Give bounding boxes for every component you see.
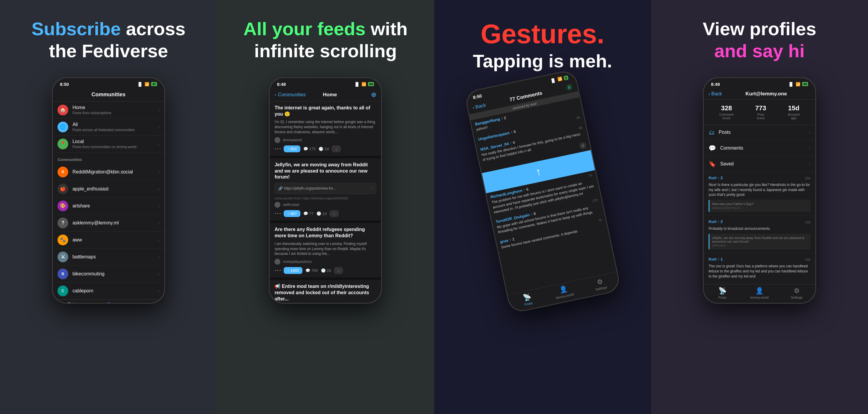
home-icon: 🏠 (58, 105, 68, 115)
upvote-2[interactable]: ↑ 467 (284, 210, 300, 217)
post-item-2[interactable]: Jellyfin, we are moving away from Reddit… (270, 158, 381, 223)
panel-gestures: Gestures. Tapping is meh. 8:50 ▐▌ 📶 8 ‹ … (434, 0, 651, 414)
profile-username: Kurt@lemmy.one (722, 91, 810, 97)
battery-icon-3: 8 (563, 76, 568, 81)
community-text-all: All Posts across all federated communiti… (72, 122, 158, 132)
age-3: 🕐 2d (321, 268, 331, 273)
headline-gestures: Gestures. (480, 19, 604, 49)
back-chevron-3[interactable]: ‹ (472, 105, 475, 111)
community-item-battle[interactable]: ⚔ battlemaps › (53, 248, 164, 266)
signal-icon-2: ▐▌ (354, 82, 360, 86)
battery-icon-4: 44 (802, 82, 808, 86)
link-url-2: 🔗 https://jellyfin.org/posts/new-for... (278, 186, 371, 190)
bike-icon: B (58, 269, 68, 279)
community-item-all[interactable]: 🌐 All Posts across all federated communi… (53, 119, 164, 136)
local-icon: 📍 (58, 139, 68, 149)
wifi-icon-2: 📶 (362, 82, 366, 86)
upvote-1[interactable]: ↑ 854 (284, 145, 300, 152)
post-actions-2: • • • ↑ 467 💬 77 🕐 1d ↓ (274, 210, 376, 217)
community-item-home[interactable]: 🏠 Home Posts from subscriptions › (53, 101, 164, 119)
more-btn-1[interactable]: • • • (274, 147, 281, 151)
nav-settings-3[interactable]: ⚙ Settings (581, 274, 619, 294)
feed-plus-btn[interactable]: ⊕ (371, 91, 376, 99)
feed-header: ‹ Communities Home ⊕ (270, 89, 381, 101)
more-btn-2[interactable]: • • • (274, 211, 281, 216)
battery-icon-2: 44 (368, 82, 374, 86)
nav-user-3[interactable]: 👤 lemmy.world (545, 282, 583, 302)
comment-count-3: 💬 700 (305, 268, 318, 273)
comment-count-2: 💬 77 (303, 211, 313, 216)
profile-comments-link[interactable]: 💬 Comments › (704, 140, 815, 156)
nav-settings-1[interactable]: ⚙ Settings (127, 302, 164, 303)
status-bar-1: 8:50 ▐▌ 📶 47 (53, 78, 164, 89)
crosspost-2: cross-posted from: https://beehaw.org/po… (274, 197, 376, 200)
community-item-art[interactable]: 🎨 artshare › (53, 198, 164, 215)
all-icon: 🌐 (58, 122, 68, 132)
community-name-local: Local (72, 139, 158, 144)
link-preview-2[interactable]: 🔗 https://jellyfin.org/posts/new-for... … (274, 183, 376, 194)
signal-icon-4: ▐▌ (788, 82, 794, 86)
wifi-icon: 📶 (145, 82, 149, 86)
downvote-2[interactable]: ↓ (330, 210, 339, 217)
post-title-3: Are there any Reddit refugees spending m… (274, 227, 376, 239)
community-item-cable[interactable]: C cableporn › (53, 283, 164, 300)
nav-user-1[interactable]: 👤 lemmy.world (90, 302, 127, 303)
nav-user-4[interactable]: 👤 lemmy.world (741, 287, 778, 299)
post-community-1: lemmyworld (283, 138, 302, 142)
age-2: 🕐 1d (316, 211, 327, 216)
back-label-4[interactable]: Back (711, 91, 722, 96)
community-name-home: Home (72, 105, 158, 110)
status-bar-4: 8:49 ▐▌ 📶 44 (704, 78, 815, 89)
nav-settings-4[interactable]: ⚙ Settings (778, 287, 815, 299)
profile-comment-1: Kurt ↑ 2 15h Nice! Is there a particular… (704, 172, 815, 216)
back-label-3[interactable]: Back (475, 102, 486, 110)
post-title-4: 📢 Entire mod team on r/mildlyinteresting… (274, 284, 376, 302)
profile-comment-2: Kurt ↑ 2 15h Probably to broadcast annou… (704, 216, 815, 253)
community-sub-all: Posts across all federated communities (72, 128, 158, 132)
status-bar-2: 8:48 ▐▌ 📶 44 (270, 78, 381, 89)
feed-community-label[interactable]: Communities (278, 92, 306, 97)
signal-icon-3: ▐▌ (550, 78, 556, 84)
community-item-local[interactable]: 📍 Local Posts from communities on lemmy.… (53, 136, 164, 153)
stat-account-age: 15d Accountage (788, 104, 800, 120)
community-item-apple[interactable]: 🍎 apple_enthusiast › (53, 181, 164, 198)
nav-posts-4[interactable]: 📡 Posts (704, 287, 741, 299)
swipe-up-icon: ↑ (534, 165, 542, 179)
profile-posts-link[interactable]: 🗂 Posts › (704, 125, 815, 140)
community-item-bike[interactable]: B bikecommuting › (53, 266, 164, 283)
downvote-1[interactable]: ↓ (332, 145, 341, 152)
phone-outer-2: 8:48 ▐▌ 📶 44 ‹ Communities Home ⊕ The in… (269, 77, 382, 304)
nav-posts-1[interactable]: 📡 Posts (53, 302, 90, 303)
upvote-3[interactable]: ↑ 1405 (284, 267, 303, 274)
community-sub-home: Posts from subscriptions (72, 111, 158, 115)
phone-screen-3: 8:50 ▐▌ 📶 8 ‹ Back 77 Comments 8 removed… (465, 70, 620, 313)
chevron-all: › (158, 125, 159, 129)
downvote-3[interactable]: ↓ (334, 267, 343, 274)
profile-saved-link[interactable]: 🔖 Saved › (704, 156, 815, 172)
comments-badge: 8 (565, 84, 573, 91)
bottom-nav-3: 📡 Posts 👤 lemmy.world ⚙ Settings (507, 272, 620, 313)
stat-comment-score: 328 Commentscore (719, 104, 734, 120)
headline-4: View profiles and say hi (691, 18, 828, 62)
post-item-3[interactable]: Are there any Reddit refugees spending m… (270, 223, 381, 280)
more-btn-3[interactable]: • • • (274, 268, 281, 273)
post-item-1[interactable]: The internet is great again, thanks to a… (270, 101, 381, 158)
back-chevron-4[interactable]: ‹ (709, 91, 710, 96)
time-2: 8:48 (277, 82, 286, 87)
post-item-4[interactable]: 📢 Entire mod team on r/mildlyinteresting… (270, 280, 381, 303)
feed-back-chevron: ‹ (274, 92, 276, 97)
post-body-1: I'm 32, I remember using the internet be… (274, 120, 376, 135)
community-item-reddit[interactable]: R RedditMigration@kbin.social › (53, 164, 164, 181)
nav-posts-3[interactable]: 📡 Posts (508, 290, 547, 309)
wifi-icon-3: 📶 (557, 77, 563, 82)
ask-icon: ? (58, 217, 68, 228)
phone-mockup-4: 8:49 ▐▌ 📶 44 ‹ Back Kurt@lemmy.one 328 (703, 77, 816, 304)
community-item-ask[interactable]: ? asklemmy@lemmy.ml › (53, 215, 164, 232)
phone-mockup-1: 8:50 ▐▌ 📶 47 Communities 🏠 Home Posts fr… (52, 77, 165, 304)
time-3: 8:50 (472, 93, 482, 100)
reply-1: How was your Father's Day? dadsplain@lem… (709, 200, 810, 212)
post-community-3: nostupidquestions (283, 260, 312, 264)
battery-icon: 47 (151, 82, 157, 86)
community-item-aww[interactable]: 🐾 aww › (53, 232, 164, 248)
chevron-local: › (158, 142, 159, 146)
